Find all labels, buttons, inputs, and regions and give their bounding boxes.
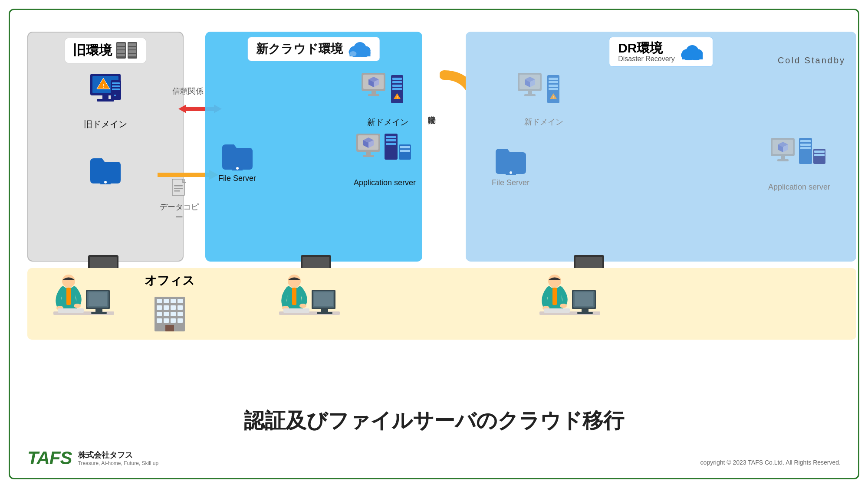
cold-standby-label: Cold Standby [778, 56, 845, 66]
new-app-server-icons [356, 131, 413, 175]
svg-text:!: ! [102, 83, 104, 89]
svg-rect-149 [165, 325, 174, 331]
tafs-logo-area: TAFS 株式会社タフス Treasure, At-home, Future, … [27, 448, 158, 468]
office-label: オフィス [145, 272, 195, 289]
svg-rect-159 [317, 312, 332, 314]
svg-rect-139 [171, 305, 176, 310]
outer-border: 旧環境 [9, 9, 859, 479]
svg-point-23 [104, 181, 107, 183]
new-app-server-label: Application server [354, 178, 416, 187]
new-file-server-label: File Server [218, 174, 256, 183]
svg-rect-133 [157, 299, 162, 303]
svg-rect-50 [392, 85, 402, 87]
svg-rect-103 [800, 140, 811, 142]
svg-point-94 [510, 171, 512, 174]
svg-point-20 [114, 95, 116, 96]
svg-rect-49 [392, 81, 402, 83]
svg-rect-8 [128, 50, 136, 53]
bottom-title: 認証及びファイルサーバのクラウド移行 [10, 407, 858, 435]
new-file-server-block: File Server [218, 140, 256, 183]
svg-rect-63 [363, 155, 374, 157]
svg-rect-144 [178, 312, 183, 316]
svg-rect-25 [174, 185, 183, 187]
tafs-logo-text: TAFS [27, 448, 72, 468]
svg-rect-100 [781, 156, 785, 160]
data-copy-label: データコピー [160, 179, 199, 223]
svg-rect-142 [164, 312, 169, 316]
svg-rect-46 [368, 94, 379, 96]
env-new-title: 新クラウド環境 [256, 41, 343, 57]
dr-app-server-label: Application server [768, 183, 830, 192]
new-domain-label: 新ドメイン [362, 117, 414, 128]
svg-marker-28 [178, 105, 186, 113]
svg-rect-87 [549, 81, 558, 83]
office-block: オフィス [145, 272, 195, 333]
svg-rect-151 [292, 288, 296, 305]
old-folder-block [88, 154, 123, 186]
svg-text:!: ! [397, 95, 398, 99]
svg-rect-141 [157, 312, 162, 316]
copyright-text: copyright © 2023 TAFS Co.Ltd. All Rights… [700, 459, 841, 466]
svg-rect-4 [117, 54, 125, 56]
svg-point-161 [548, 275, 561, 288]
svg-rect-32 [158, 173, 210, 177]
svg-rect-108 [814, 154, 825, 156]
old-domain-label: 旧ドメイン [84, 118, 127, 130]
svg-point-153 [299, 304, 306, 308]
trust-relation-label: 信頼関係 [171, 86, 205, 96]
svg-rect-155 [283, 308, 309, 313]
svg-rect-145 [157, 318, 162, 323]
svg-rect-138 [164, 305, 169, 310]
svg-rect-84 [524, 94, 536, 96]
env-dr-subtitle: Disaster Recovery [618, 55, 675, 63]
new-domain-block: ! 新ドメイン [362, 71, 414, 128]
svg-rect-1 [117, 43, 125, 46]
dr-file-server-label: File Server [492, 178, 529, 187]
svg-rect-143 [171, 312, 176, 316]
svg-point-121 [62, 275, 75, 288]
svg-point-39 [350, 51, 357, 56]
svg-rect-135 [171, 299, 176, 303]
svg-rect-136 [178, 299, 183, 303]
svg-rect-104 [800, 144, 811, 146]
svg-rect-83 [528, 91, 532, 95]
svg-rect-86 [549, 78, 558, 80]
person-middle [279, 272, 340, 331]
svg-point-56 [236, 167, 239, 170]
svg-point-150 [288, 275, 301, 288]
svg-rect-147 [171, 318, 176, 323]
svg-rect-148 [178, 318, 183, 323]
svg-text:!: ! [553, 95, 554, 99]
svg-rect-130 [91, 312, 107, 314]
svg-rect-146 [164, 318, 169, 323]
svg-rect-18 [112, 85, 120, 87]
svg-rect-166 [544, 308, 570, 313]
svg-rect-45 [372, 91, 376, 95]
svg-rect-89 [549, 88, 558, 90]
cloud-icon-dr [680, 44, 704, 60]
svg-rect-17 [112, 82, 120, 84]
svg-rect-131 [89, 292, 107, 306]
building-icon [152, 292, 187, 331]
svg-rect-170 [577, 312, 593, 314]
svg-rect-65 [386, 136, 396, 138]
svg-rect-122 [66, 288, 71, 305]
svg-rect-19 [112, 88, 120, 90]
dr-app-server-block: Application server [768, 136, 830, 192]
tafs-tagline: Treasure, At-home, Future, Skill up [78, 460, 159, 466]
tafs-info: 株式会社タフス Treasure, At-home, Future, Skill… [78, 450, 159, 466]
dr-domain-icons: ! [518, 71, 570, 114]
svg-rect-62 [366, 152, 371, 155]
env-new: 新クラウド環境 [205, 32, 422, 262]
cloud-icon-new [348, 41, 372, 57]
svg-rect-70 [400, 150, 410, 152]
dr-domain-label: 新ドメイン [518, 117, 570, 127]
svg-rect-48 [392, 78, 402, 80]
svg-rect-6 [128, 43, 136, 46]
env-old: 旧環境 [27, 32, 184, 262]
person-right [539, 272, 600, 331]
svg-rect-171 [575, 292, 593, 306]
svg-rect-69 [400, 146, 410, 148]
new-app-server-block: Application server [354, 131, 416, 187]
dr-app-server-icons [771, 136, 827, 179]
